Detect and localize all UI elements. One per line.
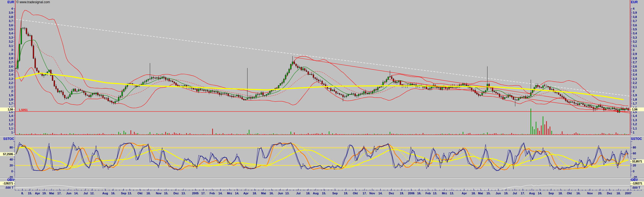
candle-body xyxy=(235,96,236,96)
candle-body xyxy=(304,69,305,70)
candle-body xyxy=(19,44,20,61)
volume-bar xyxy=(468,133,468,135)
y-axis-label: 1 xyxy=(633,131,634,134)
chart-canvas[interactable]: 443,93,93,83,83,73,73,63,63,53,53,43,43,… xyxy=(0,0,644,197)
candle-body xyxy=(341,94,342,95)
candle-body xyxy=(548,86,549,87)
x-axis-label: 18. xyxy=(146,192,150,195)
obv-value-tag-right: - -128271 xyxy=(630,181,644,185)
y-axis-label: 2,4 xyxy=(9,73,13,76)
x-axis-label: 15. xyxy=(486,192,490,195)
volume-bar xyxy=(138,133,138,135)
y-axis-label: 1,3 xyxy=(633,118,637,122)
volume-bar xyxy=(459,134,460,135)
volume-bar xyxy=(343,134,343,135)
candle-body xyxy=(176,83,177,85)
volume-bar xyxy=(191,134,192,135)
x-axis-label: Feb xyxy=(425,192,431,195)
candle-body xyxy=(480,95,481,95)
candle-body xyxy=(94,93,95,94)
candle-body xyxy=(266,94,267,95)
candle-body xyxy=(532,90,533,92)
panel-separator-sstoc-obv[interactable] xyxy=(0,178,644,179)
x-axis-label: Dez xyxy=(389,192,394,195)
x-axis-label: Jul xyxy=(513,192,517,195)
x-axis-label: 13. xyxy=(433,192,437,195)
volume-bar xyxy=(489,134,489,135)
candle-body xyxy=(539,87,540,87)
candle-body xyxy=(567,101,568,102)
volume-bar xyxy=(183,134,183,135)
volume-bar xyxy=(110,134,110,135)
x-axis-label: 19. xyxy=(42,192,46,195)
candle-body xyxy=(61,91,62,92)
volume-bar xyxy=(607,134,608,135)
volume-bar xyxy=(70,133,70,135)
candle-body xyxy=(203,90,204,91)
panel-separator-price-sstoc[interactable] xyxy=(0,136,644,136)
volume-bar xyxy=(551,131,552,135)
candle-body xyxy=(386,80,387,82)
candle-body xyxy=(555,92,556,92)
candle-body xyxy=(96,93,97,94)
volume-bar xyxy=(169,133,169,135)
x-axis-label: 16. xyxy=(576,192,580,195)
y-axis-label: 2,1 xyxy=(9,86,13,89)
volume-bar xyxy=(379,134,380,135)
candle-body xyxy=(388,77,389,80)
y-axis-label: 3,3 xyxy=(9,36,13,39)
volume-bar xyxy=(256,134,256,135)
candle-body xyxy=(16,68,17,69)
volume-bar xyxy=(271,134,272,135)
y-axis-label: 3,9 xyxy=(9,11,13,14)
y-axis-label: 1,7 xyxy=(9,102,13,105)
y-axis-label: 3,6 xyxy=(633,24,637,27)
y-axis-label: 3,8 xyxy=(633,15,637,18)
candle-body xyxy=(144,82,145,82)
volume-bar xyxy=(259,134,260,135)
volume-bar xyxy=(412,134,413,135)
volume-bar xyxy=(101,134,101,135)
volume-bar xyxy=(146,134,147,135)
volume-bar xyxy=(501,134,501,135)
volume-bar xyxy=(252,134,253,135)
candle-body xyxy=(196,89,197,91)
volume-bar xyxy=(402,134,402,135)
candle-body xyxy=(163,77,165,77)
volume-bar xyxy=(136,133,136,135)
candle-body xyxy=(49,70,50,72)
volume-bar xyxy=(162,133,162,135)
volume-bar xyxy=(174,132,174,135)
candle-body xyxy=(89,95,90,97)
candle-body xyxy=(287,73,288,75)
y-axis-label: 3,6 xyxy=(9,24,13,27)
volume-bar xyxy=(59,134,60,135)
candle-body xyxy=(569,102,570,102)
volume-bar xyxy=(186,133,187,135)
sstoc-yellow-thick-line xyxy=(16,147,628,168)
volume-bar xyxy=(155,134,155,135)
volume-bar xyxy=(94,134,94,135)
volume-bar xyxy=(438,134,439,135)
volume-bar xyxy=(273,133,274,135)
candle-body xyxy=(230,96,231,96)
volume-bar xyxy=(393,134,394,135)
volume-bar xyxy=(550,127,550,135)
x-axis-label: Apr xyxy=(35,192,40,195)
volume-bar xyxy=(292,134,293,135)
volume-bar xyxy=(310,134,310,135)
candle-body xyxy=(210,91,211,92)
candle-body xyxy=(68,97,69,98)
x-axis-tick-marks xyxy=(15,189,641,191)
x-axis-label: Apr xyxy=(243,192,249,195)
candle-body xyxy=(414,85,415,85)
volume-bar xyxy=(376,134,376,135)
volume-bar xyxy=(131,130,131,135)
candle-body xyxy=(64,95,65,98)
volume-bar xyxy=(240,134,241,135)
obv-line xyxy=(15,185,630,189)
candle-body xyxy=(167,79,168,80)
x-axis-label: 18. xyxy=(616,192,620,195)
volume-bar xyxy=(303,134,303,135)
candle-body xyxy=(101,96,102,96)
